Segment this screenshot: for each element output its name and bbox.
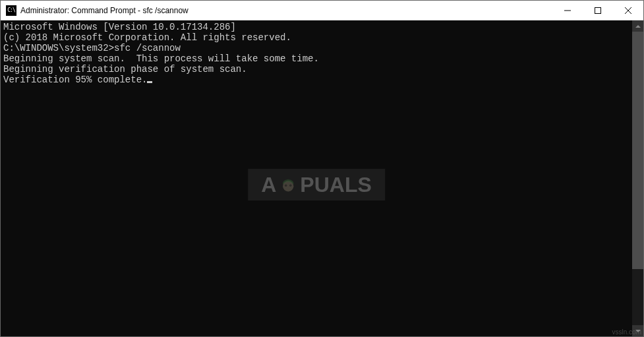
minimize-icon <box>564 7 571 14</box>
terminal-line: Verification 95% complete. <box>3 75 629 85</box>
close-icon <box>625 7 631 14</box>
source-watermark: vssln.com <box>612 328 641 336</box>
scroll-track[interactable] <box>632 32 643 325</box>
titlebar[interactable]: C:\ Administrator: Command Prompt - sfc … <box>1 1 643 20</box>
cursor <box>147 81 152 83</box>
watermark: A PUALS <box>248 169 385 200</box>
window-controls <box>552 1 643 20</box>
watermark-logo-icon <box>279 175 297 194</box>
maximize-button[interactable] <box>583 1 613 20</box>
scroll-up-button[interactable] <box>632 20 643 32</box>
svg-rect-0 <box>595 7 601 13</box>
scroll-thumb[interactable] <box>632 32 643 269</box>
terminal-line: C:\WINDOWS\system32>sfc /scannow <box>3 43 629 53</box>
cmd-icon-glyph: C:\ <box>7 8 15 13</box>
svg-point-2 <box>285 184 287 187</box>
cmd-icon: C:\ <box>6 5 16 16</box>
window-title: Administrator: Command Prompt - sfc /sca… <box>20 6 552 15</box>
chevron-up-icon <box>635 25 641 28</box>
watermark-text-a: A <box>261 179 276 190</box>
close-button[interactable] <box>613 1 643 20</box>
watermark-text-b: PUALS <box>300 179 371 190</box>
terminal-text: Verification 95% complete. <box>3 75 147 85</box>
terminal-output[interactable]: Microsoft Windows [Version 10.0.17134.28… <box>1 20 632 336</box>
svg-point-1 <box>283 181 293 191</box>
command-prompt-window: C:\ Administrator: Command Prompt - sfc … <box>0 0 644 337</box>
terminal-area: Microsoft Windows [Version 10.0.17134.28… <box>1 20 643 336</box>
vertical-scrollbar[interactable] <box>632 20 643 336</box>
svg-point-3 <box>289 184 292 187</box>
minimize-button[interactable] <box>552 1 583 20</box>
maximize-icon <box>595 7 601 14</box>
terminal-line: (c) 2018 Microsoft Corporation. All righ… <box>3 32 629 43</box>
terminal-line: Beginning verification phase of system s… <box>3 64 629 75</box>
terminal-line: Microsoft Windows [Version 10.0.17134.28… <box>3 22 629 32</box>
terminal-line: Beginning system scan. This process will… <box>3 53 629 64</box>
